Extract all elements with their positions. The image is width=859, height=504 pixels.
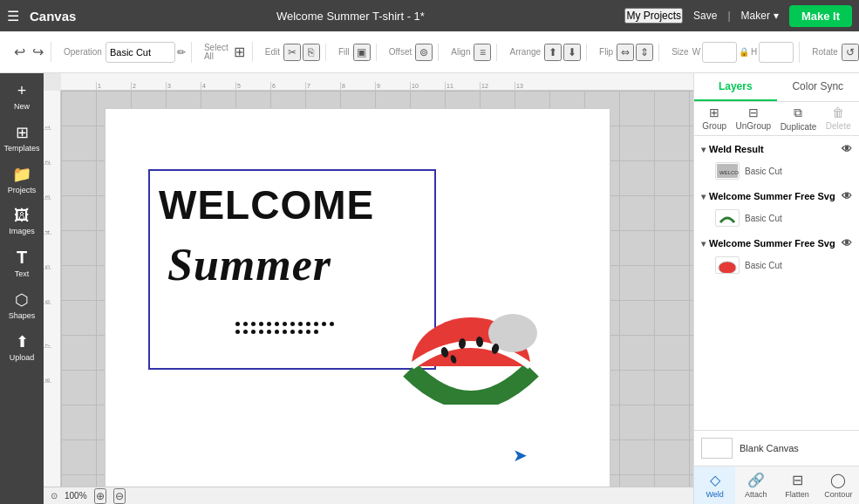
weld-button[interactable]: ◇ Weld [694, 467, 735, 504]
flip-label: Flip [599, 48, 613, 57]
sidebar-label-images: Images [9, 227, 35, 235]
align-group: Align ≡ [446, 44, 497, 61]
welcome-text[interactable]: WELCOME [159, 185, 374, 225]
ruler-tick: 8 [340, 82, 345, 90]
flatten-button[interactable]: ⊟ Flatten [777, 467, 818, 504]
maker-button[interactable]: Maker ▾ [741, 10, 779, 22]
copy-button[interactable]: ⎘ [303, 44, 320, 61]
dot [267, 330, 271, 334]
ruler-tick-v: 3 [44, 195, 51, 200]
operation-input[interactable] [106, 42, 175, 63]
edit-group: Edit ✂ ⎘ [260, 44, 326, 61]
chevron-down-icon: ▾ [701, 239, 706, 249]
panel-actions: ⊞ Group ⊟ UnGroup ⧉ Duplicate 🗑 Delete [694, 102, 859, 136]
dot [290, 322, 295, 326]
contour-button[interactable]: ◯ Contour [818, 467, 859, 504]
tab-layers[interactable]: Layers [694, 73, 777, 101]
menu-icon[interactable]: ☰ [7, 8, 19, 24]
sidebar-item-new[interactable]: + New [3, 77, 41, 116]
sidebar-item-projects[interactable]: 📁 Projects [3, 160, 41, 200]
flip-v-button[interactable]: ⇕ [636, 44, 653, 61]
rotate-group: Rotate ↺ ↻ [807, 42, 859, 63]
fill-button[interactable]: ▣ [353, 44, 371, 61]
fill-label: Fill [338, 48, 350, 57]
layer-group-header-svg1[interactable]: ▾ Welcome Summer Free Svg 👁 [698, 187, 856, 206]
eye-icon-svg2[interactable]: 👁 [842, 237, 852, 249]
operation-pencil-icon: ✏ [177, 46, 186, 58]
attach-label: Attach [745, 490, 767, 499]
layer-group-header-svg2[interactable]: ▾ Welcome Summer Free Svg 👁 [698, 234, 856, 253]
dot [306, 322, 310, 326]
dot [235, 330, 240, 334]
ungroup-button[interactable]: ⊟ UnGroup [736, 106, 772, 132]
flatten-label: Flatten [785, 490, 809, 499]
eye-icon-svg1[interactable]: 👁 [842, 190, 852, 202]
text-icon: T [17, 248, 27, 268]
sidebar-item-images[interactable]: 🖼 Images [3, 201, 41, 241]
height-input[interactable] [759, 42, 794, 63]
group-button[interactable]: ⊞ Group [702, 106, 726, 132]
flip-h-button[interactable]: ⇔ [617, 44, 634, 61]
arrange-down-button[interactable]: ⬇ [563, 44, 581, 61]
ruler-vertical: 1 2 3 4 5 6 7 8 [44, 91, 61, 504]
my-projects-button[interactable]: My Projects [624, 8, 683, 24]
rotate-ccw-button[interactable]: ↺ [842, 44, 859, 61]
attach-button[interactable]: 🔗 Attach [735, 467, 776, 504]
layer-item-label-svg1-cut: Basic Cut [745, 214, 852, 223]
dot [243, 330, 248, 334]
dot [322, 322, 326, 326]
cut-button[interactable]: ✂ [283, 44, 301, 61]
undo-button[interactable]: ↩ [12, 42, 27, 62]
ruler-horizontal: 1 2 3 4 5 6 7 8 9 10 11 12 13 [61, 73, 693, 91]
dot [314, 330, 318, 334]
duplicate-button[interactable]: ⧉ Duplicate [781, 106, 817, 132]
dot [330, 322, 334, 326]
tab-color-sync[interactable]: Color Sync [777, 73, 860, 101]
shapes-icon: ⬡ [15, 290, 29, 310]
sidebar-label-upload: Upload [10, 353, 35, 362]
make-it-button[interactable]: Make It [789, 5, 852, 27]
size-label: Size [672, 48, 688, 57]
offset-button[interactable]: ⊚ [415, 44, 433, 61]
sidebar-label-new: New [14, 102, 30, 111]
zoom-out-button[interactable]: ⊖ [113, 488, 126, 504]
sidebar-item-shapes[interactable]: ⬡ Shapes [3, 285, 41, 325]
summer-text[interactable]: Summer [167, 239, 331, 290]
delete-icon: 🗑 [832, 106, 844, 119]
dot [275, 322, 279, 326]
save-button[interactable]: Save [693, 10, 717, 22]
ruler-tick: 9 [375, 82, 380, 90]
select-all-label: Select All [204, 44, 228, 61]
sidebar-label-templates: Templates [3, 144, 39, 153]
align-button[interactable]: ≡ [474, 44, 491, 61]
new-icon: + [17, 82, 27, 100]
zoom-in-button[interactable]: ⊕ [94, 488, 106, 504]
canvas-workspace[interactable]: WELCOME Summer [61, 91, 693, 487]
toolbar: ↩ ↪ Operation ✏ Select All ⊞ Edit ✂ ⎘ Fi… [0, 31, 859, 73]
chevron-down-icon: ▾ [701, 192, 706, 201]
layer-group-header-weld[interactable]: ▾ Weld Result 👁 [698, 140, 856, 159]
canvas-area[interactable]: 1 2 3 4 5 6 7 8 9 10 11 12 13 1 2 3 4 5 … [44, 73, 693, 504]
dot [235, 322, 240, 326]
layer-item-svg1-cut[interactable]: Basic Cut [698, 206, 856, 230]
ruler-tick-v: 6 [44, 300, 51, 304]
eye-icon-weld[interactable]: 👁 [842, 143, 852, 155]
delete-button[interactable]: 🗑 Delete [826, 106, 851, 132]
fill-group: Fill ▣ [333, 44, 377, 61]
sidebar-item-upload[interactable]: ⬆ Upload [3, 327, 41, 367]
arrange-up-button[interactable]: ⬆ [544, 44, 562, 61]
layer-item-weld-cut[interactable]: WELCOME Basic Cut [698, 159, 856, 183]
sidebar-item-text[interactable]: T Text [3, 242, 41, 283]
dot [314, 322, 318, 326]
attach-icon: 🔗 [747, 472, 765, 488]
layer-item-svg2-cut[interactable]: Basic Cut [698, 253, 856, 277]
dot [298, 322, 303, 326]
select-all-button[interactable]: ⊞ [232, 42, 247, 62]
ruler-tick: 1 [96, 82, 101, 90]
watermelon-graphic[interactable] [392, 283, 549, 405]
zoom-fit-button[interactable]: ⊙ [51, 491, 58, 501]
duplicate-icon: ⧉ [794, 106, 802, 120]
redo-button[interactable]: ↪ [31, 42, 45, 62]
width-input[interactable] [702, 42, 737, 63]
sidebar-item-templates[interactable]: ⊞ Templates [3, 118, 41, 158]
